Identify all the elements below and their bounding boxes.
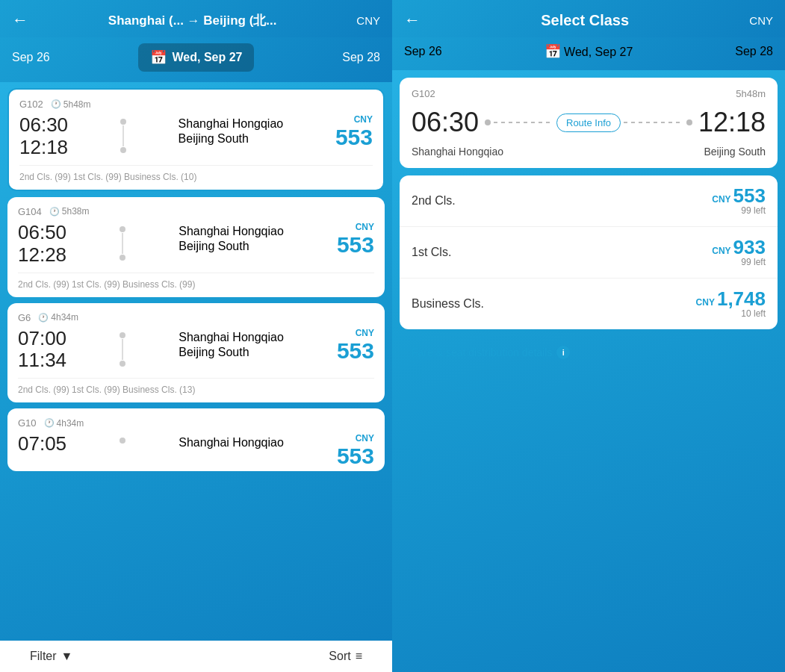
train-duration-4: 🕐 4h34m <box>44 418 84 429</box>
class-info-2: 2nd Cls. (99) 1st Cls. (99) Business Cls… <box>18 273 374 290</box>
right-calendar-icon: 📅 <box>544 44 561 59</box>
left-title: Shanghai (... → Beijing (北... <box>28 12 356 29</box>
depart-time-2: 06:50 <box>18 222 66 244</box>
vline-2 <box>122 233 123 254</box>
train-times-4: 07:05 <box>18 433 66 455</box>
train-times-3: 07:00 11:34 <box>18 328 66 373</box>
train-meta-3: G6 🕐 4h34m <box>18 312 374 323</box>
train-stations-2: Shanghai Hongqiao Beijing South <box>179 222 284 253</box>
depart-time-4: 07:05 <box>18 433 66 455</box>
price-area-2: CNY 553 <box>337 222 374 257</box>
route-dashed-line-2 <box>624 122 683 123</box>
arrive-station-3: Beijing South <box>179 346 284 359</box>
detail-stations: Shanghai Hongqiao Beijing South <box>412 146 766 158</box>
vline-1 <box>122 125 124 146</box>
depart-station-1: Shanghai Hongqiao <box>179 117 284 131</box>
calendar-icon: 📅 <box>150 49 167 66</box>
left-current-date[interactable]: 📅 Wed, Sep 27 <box>138 43 255 72</box>
route-line-4 <box>120 433 125 448</box>
class-price-row-business: CNY 1,748 <box>696 289 766 308</box>
detail-card: G102 5h48m 06:30 Route Info 12:18 Shangh… <box>400 78 778 168</box>
class-price-cny-1st: CNY <box>712 246 730 256</box>
arrive-time-1: 12:18 <box>19 137 68 159</box>
left-footer: Filter ▼ Sort ≡ <box>0 641 392 672</box>
train-meta-1: G102 🕐 5h48m <box>19 99 373 110</box>
left-next-date[interactable]: Sep 28 <box>342 51 380 64</box>
train-duration-1: 🕐 5h48m <box>51 99 91 110</box>
fare-details-link[interactable]: Fare & seat distribution details i <box>400 337 778 368</box>
route-info-label: Route Info <box>566 117 611 128</box>
route-dot-left <box>485 119 491 125</box>
train-card-1[interactable]: G102 🕐 5h48m 06:30 12:18 Shanghai Hongq <box>7 88 385 191</box>
dot-bottom-2 <box>120 255 125 261</box>
class-row-1st[interactable]: 1st Cls. CNY 933 99 left <box>400 227 778 279</box>
depart-station-3: Shanghai Hongqiao <box>179 331 284 344</box>
price-amount-1: 553 <box>335 125 373 149</box>
train-card-4[interactable]: G10 🕐 4h34m 07:05 Shanghai Hongqiao CNY <box>7 408 385 471</box>
detail-arrive-time: 12:18 <box>698 107 766 138</box>
class-badge-2: 2nd Cls. (99) 1st Cls. (99) Business Cls… <box>18 279 195 290</box>
class-row-business[interactable]: Business Cls. CNY 1,748 10 left <box>400 279 778 329</box>
sort-button[interactable]: Sort ≡ <box>329 650 362 663</box>
route-dot-right <box>686 119 692 125</box>
class-seats-business: 10 left <box>741 308 766 319</box>
detail-route: 06:30 Route Info 12:18 <box>412 107 766 138</box>
class-badge-3: 2nd Cls. (99) 1st Cls. (99) Business Cls… <box>18 385 195 395</box>
dot-bottom-3 <box>120 361 125 367</box>
price-area-1: CNY 553 <box>335 114 373 149</box>
depart-time-3: 07:00 <box>18 328 66 350</box>
right-prev-date[interactable]: Sep 26 <box>404 45 442 58</box>
right-next-date[interactable]: Sep 28 <box>735 45 773 58</box>
detail-train-number: G102 <box>412 88 435 99</box>
class-price-wrap-2nd: CNY 553 99 left <box>712 186 766 216</box>
arrive-time-3: 11:34 <box>18 349 66 372</box>
left-panel: ← Shanghai (... → Beijing (北... CNY Sep … <box>0 0 392 672</box>
train-card-3[interactable]: G6 🕐 4h34m 07:00 11:34 Shanghai Hongqia <box>7 303 385 403</box>
right-back-button[interactable]: ← <box>404 10 421 30</box>
detail-depart-time: 06:30 <box>412 107 479 138</box>
class-price-amount-2nd: 553 <box>733 186 766 205</box>
class-info-3: 2nd Cls. (99) 1st Cls. (99) Business Cls… <box>18 378 374 395</box>
train-stations-3: Shanghai Hongqiao Beijing South <box>179 328 284 359</box>
train-card-2[interactable]: G104 🕐 5h38m 06:50 12:28 Shanghai Hongq <box>7 197 385 297</box>
left-date-nav: Sep 26 📅 Wed, Sep 27 Sep 28 <box>0 37 392 82</box>
class-info-1: 2nd Cls. (99) 1st Cls. (99) Business Cls… <box>19 165 373 182</box>
train-duration-3: 🕐 4h34m <box>38 312 78 323</box>
right-header: ← Select Class CNY <box>392 0 785 37</box>
info-icon: i <box>556 346 570 359</box>
clock-icon-4: 🕐 <box>44 418 55 428</box>
class-price-wrap-1st: CNY 933 99 left <box>712 237 766 267</box>
depart-station-2: Shanghai Hongqiao <box>179 225 284 238</box>
price-cny-4: CNY <box>356 433 374 444</box>
left-prev-date[interactable]: Sep 26 <box>12 51 50 64</box>
train-times-2: 06:50 12:28 <box>18 222 66 267</box>
route-line-1 <box>120 114 126 158</box>
right-current-date[interactable]: 📅 Wed, Sep 27 <box>544 43 633 60</box>
train-meta-2: G104 🕐 5h38m <box>18 206 374 217</box>
right-title: Select Class <box>421 12 749 29</box>
price-cny-1: CNY <box>354 114 373 125</box>
class-price-wrap-business: CNY 1,748 10 left <box>696 289 766 319</box>
class-row-2nd[interactable]: 2nd Cls. CNY 553 99 left <box>400 175 778 227</box>
class-price-cny-business: CNY <box>696 297 715 308</box>
price-cny-3: CNY <box>356 328 374 338</box>
filter-button[interactable]: Filter ▼ <box>30 650 72 663</box>
route-line-2 <box>120 222 125 265</box>
class-name-business: Business Cls. <box>412 297 484 311</box>
price-amount-2: 553 <box>337 232 374 257</box>
depart-station-4: Shanghai Hongqiao <box>179 436 284 449</box>
route-info-button[interactable]: Route Info <box>556 113 621 132</box>
train-stations-4: Shanghai Hongqiao <box>179 433 284 449</box>
train-number-2: G104 <box>18 206 42 217</box>
sort-label: Sort <box>329 650 350 663</box>
train-duration-2: 🕐 5h38m <box>49 206 90 217</box>
left-back-button[interactable]: ← <box>12 10 28 30</box>
arrive-station-2: Beijing South <box>179 240 284 253</box>
clock-icon-3: 🕐 <box>38 313 49 323</box>
train-number-3: G6 <box>18 312 31 323</box>
dot-top-3 <box>120 332 125 338</box>
class-seats-2nd: 99 left <box>741 205 766 216</box>
class-price-row-1st: CNY 933 <box>712 237 766 257</box>
train-route-3: 07:00 11:34 Shanghai Hongqiao Beijing So… <box>18 328 374 373</box>
route-line-3 <box>120 328 125 371</box>
